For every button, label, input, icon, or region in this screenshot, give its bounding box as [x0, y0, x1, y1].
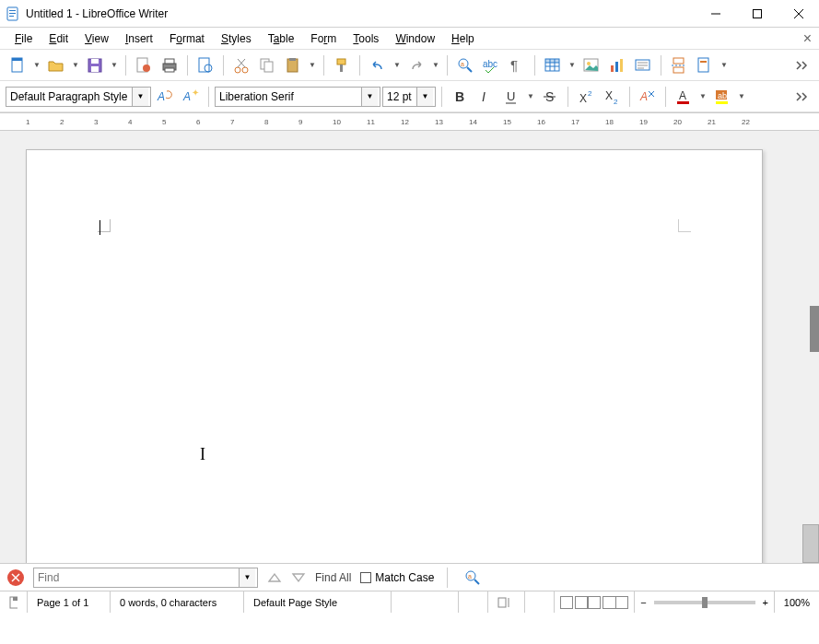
- formatting-marks-button[interactable]: ¶: [505, 53, 529, 77]
- subscript-button[interactable]: X2: [600, 85, 624, 109]
- new-button[interactable]: [6, 53, 29, 77]
- clone-formatting-button[interactable]: [330, 53, 354, 77]
- paragraph-style-combo[interactable]: ▼: [6, 87, 151, 107]
- menu-tools[interactable]: Tools: [345, 30, 386, 47]
- maximize-button[interactable]: [736, 0, 778, 28]
- highlight-button[interactable]: ab: [710, 85, 734, 109]
- menu-help[interactable]: Help: [444, 30, 482, 47]
- multi-page-view-button[interactable]: [575, 596, 601, 609]
- close-document-button[interactable]: ×: [803, 30, 812, 47]
- paste-dropdown[interactable]: ▼: [307, 53, 318, 77]
- menu-window[interactable]: Window: [388, 30, 442, 47]
- sidebar-handle[interactable]: [810, 306, 819, 352]
- redo-dropdown[interactable]: ▼: [430, 53, 441, 77]
- highlight-dropdown[interactable]: ▼: [736, 85, 747, 109]
- save-status-icon[interactable]: [0, 591, 28, 613]
- insert-image-button[interactable]: [579, 53, 603, 77]
- document-page[interactable]: [26, 149, 763, 563]
- insert-field-button[interactable]: [693, 53, 717, 77]
- insert-mode-status[interactable]: [459, 591, 488, 613]
- toolbar-overflow-button[interactable]: [790, 53, 813, 77]
- print-preview-button[interactable]: [193, 53, 217, 77]
- underline-button[interactable]: U: [499, 85, 523, 109]
- italic-button[interactable]: I: [474, 85, 497, 109]
- paste-button[interactable]: [281, 53, 305, 77]
- print-button[interactable]: [158, 53, 181, 77]
- find-prev-button[interactable]: [267, 571, 282, 584]
- open-button[interactable]: [44, 53, 68, 77]
- zoom-out-button[interactable]: −: [640, 597, 646, 608]
- horizontal-ruler[interactable]: 12345678910111213141516171819202122: [0, 112, 819, 131]
- zoom-in-button[interactable]: +: [763, 597, 768, 608]
- signature-status[interactable]: [525, 591, 555, 613]
- new-style-button[interactable]: A✦: [179, 85, 203, 109]
- font-color-button[interactable]: A: [672, 85, 696, 109]
- page-style-status[interactable]: Default Page Style: [244, 591, 392, 613]
- menu-insert[interactable]: Insert: [118, 30, 160, 47]
- insert-chart-button[interactable]: [605, 53, 629, 77]
- formatting-overflow-button[interactable]: [790, 85, 813, 109]
- book-view-button[interactable]: [603, 596, 628, 609]
- font-size-input[interactable]: [383, 88, 416, 106]
- spellcheck-button[interactable]: abc: [479, 53, 503, 77]
- copy-button[interactable]: [255, 53, 279, 77]
- find-arrow[interactable]: ▼: [239, 568, 255, 587]
- find-combo[interactable]: ▼: [33, 568, 258, 588]
- font-size-combo[interactable]: ▼: [382, 87, 436, 107]
- minimize-button[interactable]: [695, 0, 736, 28]
- undo-dropdown[interactable]: ▼: [392, 53, 403, 77]
- find-replace-open-button[interactable]: a: [461, 566, 485, 590]
- insert-table-button[interactable]: [541, 53, 565, 77]
- update-style-button[interactable]: A: [153, 85, 177, 109]
- menu-format[interactable]: Format: [162, 30, 212, 47]
- font-name-arrow[interactable]: ▼: [361, 88, 378, 106]
- font-name-combo[interactable]: ▼: [215, 87, 380, 107]
- open-dropdown[interactable]: ▼: [70, 53, 81, 77]
- save-dropdown[interactable]: ▼: [109, 53, 120, 77]
- menu-form[interactable]: Form: [303, 30, 344, 47]
- paragraph-style-arrow[interactable]: ▼: [132, 88, 148, 106]
- close-window-button[interactable]: [778, 0, 819, 28]
- find-next-button[interactable]: [291, 571, 306, 584]
- export-pdf-button[interactable]: [132, 53, 156, 77]
- strikethrough-button[interactable]: S: [538, 85, 562, 109]
- insert-table-dropdown[interactable]: ▼: [567, 53, 578, 77]
- menu-view[interactable]: View: [77, 30, 116, 47]
- selection-mode-status[interactable]: [488, 591, 525, 613]
- word-count-status[interactable]: 0 words, 0 characters: [111, 591, 244, 613]
- page-status[interactable]: Page 1 of 1: [28, 591, 111, 613]
- insert-page-break-button[interactable]: [667, 53, 691, 77]
- zoom-slider[interactable]: [654, 601, 755, 604]
- cut-button[interactable]: [229, 53, 253, 77]
- font-name-input[interactable]: [216, 88, 361, 106]
- language-status[interactable]: [392, 591, 459, 613]
- menu-file[interactable]: File: [7, 30, 40, 47]
- zoom-percent[interactable]: 100%: [775, 591, 819, 613]
- insert-field-dropdown[interactable]: ▼: [719, 53, 730, 77]
- menu-styles[interactable]: Styles: [214, 30, 259, 47]
- superscript-button[interactable]: X2: [574, 85, 598, 109]
- match-case-checkbox[interactable]: Match Case: [360, 571, 434, 584]
- menu-edit[interactable]: Edit: [41, 30, 76, 47]
- find-replace-button[interactable]: a: [453, 53, 477, 77]
- undo-button[interactable]: [366, 53, 390, 77]
- clear-formatting-button[interactable]: A: [636, 85, 660, 109]
- document-area[interactable]: I: [0, 131, 802, 563]
- underline-dropdown[interactable]: ▼: [525, 85, 536, 109]
- new-dropdown[interactable]: ▼: [31, 53, 42, 77]
- find-all-button[interactable]: Find All: [315, 571, 351, 584]
- font-color-dropdown[interactable]: ▼: [697, 85, 708, 109]
- close-findbar-button[interactable]: [7, 569, 24, 586]
- svg-line-31: [467, 67, 472, 72]
- zoom-thumb[interactable]: [702, 597, 708, 608]
- redo-button[interactable]: [404, 53, 428, 77]
- insert-textbox-button[interactable]: [631, 53, 655, 77]
- find-input[interactable]: [34, 568, 239, 587]
- scroll-thumb[interactable]: [802, 524, 819, 563]
- paragraph-style-input[interactable]: [6, 88, 132, 106]
- menu-table[interactable]: Table: [261, 30, 302, 47]
- save-button[interactable]: [83, 53, 107, 77]
- font-size-arrow[interactable]: ▼: [416, 88, 433, 106]
- bold-button[interactable]: B: [448, 85, 472, 109]
- single-page-view-button[interactable]: [560, 596, 573, 609]
